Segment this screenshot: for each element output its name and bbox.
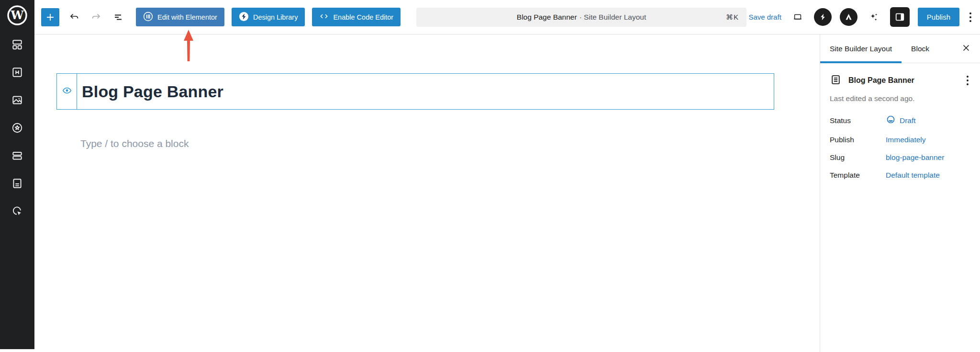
template-value: Default template [886, 171, 940, 180]
document-icon[interactable] [11, 177, 24, 190]
preview-button[interactable] [790, 7, 806, 27]
undo-button[interactable] [64, 7, 84, 27]
post-title-input[interactable]: Blog Page Banner [77, 74, 774, 109]
image-icon[interactable] [11, 93, 24, 107]
edit-with-elementor-button[interactable]: Edit with Elementor [136, 8, 224, 26]
redo-button[interactable] [86, 7, 106, 27]
status-label: Status [830, 116, 886, 125]
design-library-button[interactable]: Design Library [232, 8, 305, 26]
elementor-icon [143, 11, 153, 23]
rows-icon[interactable] [11, 149, 24, 162]
settings-sidebar: Site Builder Layout Block Blog Page [820, 34, 980, 352]
wordpress-logo-icon[interactable]: W [6, 4, 28, 26]
status-row: Status Draft [830, 114, 970, 126]
editor-canvas[interactable]: Blog Page Banner Type / to choose a bloc… [34, 34, 820, 352]
publish-row: Publish Immediately [830, 136, 970, 144]
settings-panel-toggle[interactable] [890, 7, 910, 27]
post-title-block[interactable]: Blog Page Banner [56, 73, 774, 110]
panel-doc-title: Blog Page Banner [848, 76, 914, 85]
layout-templates-icon[interactable] [11, 38, 24, 51]
slug-value: blog-page-banner [886, 153, 944, 162]
visibility-toggle[interactable] [57, 74, 77, 109]
publish-label: Publish [830, 136, 886, 144]
template-value-button[interactable]: Default template [886, 171, 970, 180]
options-kebab-menu[interactable] [968, 10, 973, 25]
edit-with-elementor-label: Edit with Elementor [157, 13, 217, 21]
slug-value-button[interactable]: blog-page-banner [886, 153, 970, 162]
document-actions-kebab[interactable] [965, 73, 970, 88]
wordpress-editor: W [0, 0, 980, 352]
save-draft-button[interactable]: Save draft [748, 13, 781, 21]
close-settings-button[interactable] [952, 34, 980, 63]
document-summary-row: Blog Page Banner [830, 73, 970, 88]
code-icon [319, 11, 329, 23]
tab-site-builder-layout[interactable]: Site Builder Layout [820, 34, 902, 63]
document-type-suffix: · Site Builder Layout [579, 13, 646, 22]
close-icon [961, 43, 971, 55]
header-icon[interactable] [11, 66, 24, 79]
document-title: Blog Page Banner [517, 13, 577, 22]
ai-sparkles-icon[interactable] [866, 7, 882, 27]
slug-label: Slug [830, 153, 886, 162]
list-view-button[interactable] [108, 7, 128, 27]
template-label: Template [830, 171, 886, 180]
publish-button[interactable]: Publish [918, 8, 959, 26]
command-shortcut: ⌘K [726, 13, 739, 22]
admin-rail: W [0, 0, 34, 349]
status-value-button[interactable]: Draft [886, 114, 970, 126]
editor-topbar: Edit with Elementor Design Library [34, 0, 980, 34]
design-library-label: Design Library [253, 13, 298, 21]
select-click-icon[interactable] [11, 204, 24, 218]
draft-status-icon [886, 114, 896, 126]
last-edited-text: Last edited a second ago. [830, 94, 970, 103]
publish-value: Immediately [886, 136, 926, 144]
block-inserter-button[interactable] [41, 8, 59, 26]
slug-row: Slug blog-page-banner [830, 153, 970, 162]
template-row: Template Default template [830, 171, 970, 180]
publish-value-button[interactable]: Immediately [886, 136, 970, 144]
document-command-bar[interactable]: Blog Page Banner · Site Builder Layout ⌘… [416, 8, 746, 27]
status-value: Draft [900, 116, 916, 125]
eye-icon [62, 85, 72, 98]
spectra-icon [239, 11, 249, 23]
svg-text:W: W [11, 8, 24, 22]
enable-code-editor-button[interactable]: Enable Code Editor [312, 8, 401, 26]
settings-tabs: Site Builder Layout Block [820, 34, 980, 63]
astra-badge-icon[interactable] [840, 8, 858, 26]
block-appender-placeholder[interactable]: Type / to choose a block [80, 138, 189, 149]
tab-block[interactable]: Block [902, 34, 939, 63]
enable-code-editor-label: Enable Code Editor [333, 13, 393, 21]
star-icon[interactable] [11, 121, 24, 135]
post-document-icon [830, 74, 842, 88]
spectra-badge-icon[interactable] [814, 8, 832, 26]
